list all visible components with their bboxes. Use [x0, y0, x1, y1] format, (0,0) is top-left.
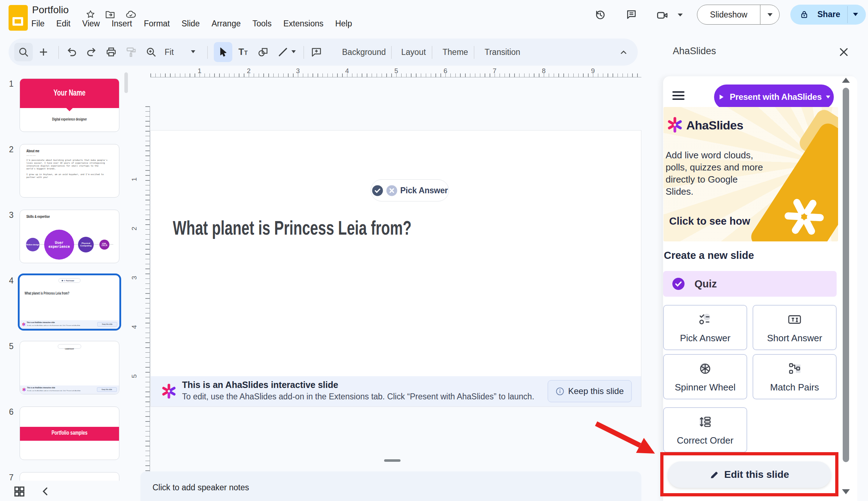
keep-this-slide-button[interactable]: Keep this slide: [548, 380, 632, 402]
panel-close-icon[interactable]: [838, 46, 849, 58]
slide-question-text[interactable]: What planet is Princess Leia from?: [173, 216, 412, 239]
document-title[interactable]: Portfolio: [32, 4, 69, 16]
speaker-notes-placeholder: Click to add speaker notes: [153, 483, 249, 492]
menu-format[interactable]: Format: [144, 19, 170, 29]
zoom-fit-caret-icon[interactable]: [191, 50, 195, 53]
slide-thumbnail-1[interactable]: Your Name Digital experience designer: [20, 78, 119, 132]
redo-button[interactable]: [86, 46, 97, 58]
x-dot-icon: [64, 280, 65, 281]
slideshow-button[interactable]: Slideshow: [697, 5, 780, 25]
thumb1-title: Your Name: [32, 88, 107, 98]
toolbar: [9, 39, 638, 66]
promo-banner[interactable]: AhaSlides Add live word clouds, polls, q…: [663, 107, 838, 241]
thumb5-notice-bar: This is an AhaSlides interactive slide T…: [20, 385, 119, 394]
slide-thumbnail-2[interactable]: About me ——— I'm passionate about buildi…: [20, 144, 119, 198]
shape-tool-icon[interactable]: [257, 46, 269, 58]
scroll-down-icon[interactable]: [842, 489, 850, 494]
slideshow-caret-icon[interactable]: [768, 13, 773, 16]
layout-button[interactable]: Layout: [401, 47, 426, 57]
menu-view[interactable]: View: [82, 19, 100, 29]
zoom-icon[interactable]: [145, 46, 157, 58]
toolbar-search-button[interactable]: [14, 43, 33, 61]
slide-number: 6: [2, 407, 14, 417]
share-caret-icon[interactable]: [853, 13, 858, 16]
filmstrip-scrollbar[interactable]: [124, 72, 128, 93]
textbox-tool-icon[interactable]: TT: [238, 46, 249, 58]
horizontal-ruler: 1 2 3 4 5 6 7 8 9: [150, 67, 641, 73]
option-short-answer[interactable]: Short Answer: [753, 305, 837, 350]
menu-help[interactable]: Help: [335, 19, 352, 29]
paint-format-icon[interactable]: [125, 46, 137, 58]
scroll-up-icon[interactable]: [842, 78, 850, 83]
slide-canvas[interactable]: Pick Answer What planet is Princess Leia…: [150, 130, 641, 407]
slide-thumbnail-3[interactable]: Skills & expertise Notion design User ex…: [20, 210, 119, 263]
meet-camera-caret-icon[interactable]: [678, 14, 683, 16]
speaker-notes[interactable]: Click to add speaker notes: [140, 471, 641, 501]
collapse-filmstrip-icon[interactable]: [40, 486, 51, 497]
quiz-category-button[interactable]: Quiz: [663, 271, 837, 297]
thumb2-title: About me: [26, 149, 40, 153]
thumb5-notice-title: This is an AhaSlides interactive slide: [27, 387, 55, 389]
share-button[interactable]: Share: [790, 5, 866, 25]
ruler-number: 4: [130, 325, 138, 329]
ahaslides-notice-bar: This is an AhaSlides interactive slide T…: [151, 376, 641, 407]
slide-thumbnail-6[interactable]: Portfolio samples: [20, 407, 119, 460]
option-match-pairs[interactable]: Match Pairs: [753, 354, 837, 399]
banner-text: Add live word clouds, polls, quizzes and…: [666, 149, 776, 198]
undo-button[interactable]: [66, 46, 78, 58]
svg-text:T: T: [238, 47, 244, 57]
present-with-ahaslides-button[interactable]: Present with AhaSlides: [714, 85, 834, 109]
notes-drag-handle[interactable]: [384, 459, 401, 462]
toolbar-divider: [391, 46, 392, 59]
print-button[interactable]: [105, 46, 117, 58]
background-button[interactable]: Background: [342, 47, 386, 57]
comments-icon[interactable]: [626, 9, 637, 20]
spinner-wheel-icon: [698, 361, 713, 376]
slides-logo[interactable]: [9, 5, 28, 31]
slide-thumbnail-7[interactable]: [20, 472, 119, 481]
menu-arrange[interactable]: Arrange: [212, 19, 241, 29]
check-circle-icon: [372, 185, 383, 196]
grid-view-icon[interactable]: [13, 485, 26, 498]
menu-slide[interactable]: Slide: [182, 19, 200, 29]
meet-camera-icon[interactable]: [656, 9, 668, 21]
banner-cta[interactable]: Click to see how: [669, 215, 750, 227]
option-pick-answer[interactable]: Pick Answer: [663, 305, 747, 350]
option-label: Pick Answer: [664, 333, 746, 344]
version-history-icon[interactable]: [594, 9, 606, 20]
slide-thumbnail-5[interactable]: Leaderboard This is an AhaSlides interac…: [20, 341, 119, 394]
toolbar-collapse-icon[interactable]: [619, 47, 629, 57]
line-tool-icon[interactable]: [277, 46, 289, 58]
quiz-check-icon: [672, 277, 685, 291]
menu-file[interactable]: File: [31, 19, 45, 29]
option-correct-order[interactable]: Correct Order: [663, 407, 747, 453]
keep-this-slide-label: Keep this slide: [568, 386, 624, 396]
menu-insert[interactable]: Insert: [112, 19, 132, 29]
thumb6-banner-label: Portfolio samples: [32, 430, 107, 436]
toolbar-add-slide-button[interactable]: [38, 46, 49, 58]
edit-this-slide-button[interactable]: Edit this slide: [668, 461, 831, 488]
slide-thumbnail-4-selected[interactable]: Pick Answer What planet is Princess Leia…: [18, 273, 121, 331]
pick-answer-pill[interactable]: Pick Answer: [371, 179, 449, 201]
hamburger-menu-icon[interactable]: [672, 91, 684, 100]
insert-comment-icon[interactable]: [311, 46, 322, 58]
menu-edit[interactable]: Edit: [56, 19, 71, 29]
theme-button[interactable]: Theme: [443, 47, 468, 57]
ahaslides-flower-icon: [161, 383, 177, 399]
select-tool-button-active[interactable]: [214, 42, 232, 62]
menu-tools[interactable]: Tools: [253, 19, 272, 29]
zoom-fit-select[interactable]: Fit: [165, 47, 174, 57]
thumb3-bubble: User experience: [44, 230, 74, 260]
menu-extensions[interactable]: Extensions: [283, 19, 324, 29]
slide-number: 1: [2, 79, 14, 89]
option-label: Correct Order: [664, 435, 746, 446]
toolbar-divider: [432, 46, 432, 59]
option-label: Spinner Wheel: [664, 382, 746, 393]
line-tool-caret-icon[interactable]: [291, 50, 296, 53]
slide-number: 3: [2, 210, 14, 220]
transition-button[interactable]: Transition: [485, 47, 520, 57]
option-spinner-wheel[interactable]: Spinner Wheel: [663, 354, 747, 399]
panel-scrollbar-thumb[interactable]: [843, 88, 849, 462]
thumb3-bubble: Physical Computing: [78, 237, 94, 252]
thumb4-question: What planet is Princess Leia from?: [25, 291, 69, 295]
